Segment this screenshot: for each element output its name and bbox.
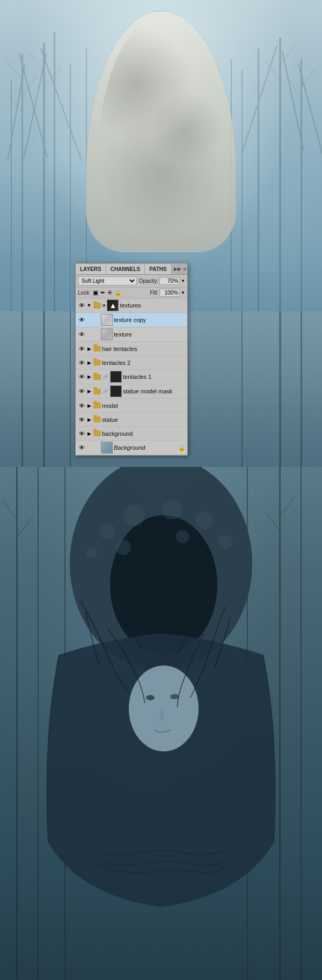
layer-thumbnail [110,385,122,397]
svg-point-54 [116,540,131,555]
svg-point-52 [195,512,213,529]
svg-line-18 [5,59,23,81]
svg-rect-31 [70,311,71,467]
svg-line-42 [266,513,280,531]
svg-point-53 [176,530,189,543]
layer-link-icon: 🔗 [103,374,108,379]
svg-rect-0 [21,54,23,311]
layer-expand-toggle[interactable]: ▶ [86,416,92,423]
layer-expand-toggle[interactable]: ▼ [86,302,92,309]
svg-rect-34 [38,467,39,980]
layer-visibility-toggle[interactable]: 👁 [77,443,86,452]
fill-control: Fill: 100% ▼ [150,289,185,297]
svg-rect-29 [279,311,281,467]
svg-point-50 [123,504,145,526]
svg-line-24 [266,62,280,81]
blend-mode-select[interactable]: Soft Light Normal Multiply Screen Overla… [78,276,137,286]
tab-paths[interactable]: PATHS [145,264,171,274]
svg-rect-27 [21,311,23,467]
lock-all-icon[interactable]: 🔒 [114,289,122,296]
lock-label: Lock: [78,290,91,296]
layer-expand-toggle[interactable]: ▶ [86,403,92,409]
svg-point-48 [170,694,179,699]
layer-name: textures [120,302,186,309]
layer-name: background [102,430,186,437]
svg-rect-14 [241,70,243,311]
svg-line-39 [3,499,17,521]
svg-rect-28 [43,311,45,467]
lock-pixel-icon[interactable]: ▣ [93,289,98,296]
svg-rect-15 [70,64,71,311]
svg-line-22 [44,67,62,86]
layer-row[interactable]: 👁 ▶ 🔗 statue model mask [76,384,187,399]
layer-row[interactable]: 👁 ▶ tentacles 2 [76,356,187,370]
layer-expand-spacer [86,317,92,323]
svg-point-47 [146,695,155,700]
layer-name: texture copy [114,317,186,323]
fill-arrow[interactable]: ▼ [181,290,185,295]
fill-input[interactable]: 100% [159,289,180,297]
layer-row[interactable]: 👁 ▶ 🔗 tentacles 1 [76,370,187,384]
layer-visibility-toggle[interactable]: 👁 [77,316,86,324]
tab-channels[interactable]: CHANNELS [106,264,145,274]
layer-row[interactable]: 👁 ▶ model [76,399,187,413]
layer-visibility-toggle[interactable]: 👁 [77,301,86,310]
opacity-control: Opacity: 70% ▼ [138,277,185,285]
svg-rect-35 [279,467,281,980]
layer-name: tentacles 1 [123,374,186,380]
layer-name: Background [114,444,178,451]
layer-visibility-toggle[interactable]: 👁 [77,330,86,339]
svg-rect-36 [301,467,302,980]
layer-expand-toggle[interactable]: ▶ [86,388,92,394]
svg-rect-7 [241,46,277,153]
layer-name: model [102,403,186,409]
layer-name: hair tentacles [102,346,186,352]
layer-row[interactable]: 👁 texture [76,327,187,342]
layer-expand-spacer [86,444,92,451]
layer-visibility-toggle[interactable]: 👁 [77,415,86,424]
lock-gradient-icon[interactable]: ✒ [100,289,105,296]
layer-name: statue [102,416,186,423]
layer-row[interactable]: 👁 texture copy [76,313,187,327]
layer-thumbnail [101,314,113,326]
layer-lock-icon: 🔒 [178,444,186,451]
svg-line-41 [280,496,295,515]
layer-row[interactable]: 👁 ▶ statue [76,413,187,427]
opacity-input[interactable]: 70% [159,277,180,285]
layer-thumbnail [101,442,113,454]
lock-move-icon[interactable]: ✛ [107,289,112,296]
svg-rect-9 [301,59,302,311]
layer-visibility-toggle[interactable]: 👁 [77,359,86,367]
svg-rect-3 [43,43,45,311]
tab-layers[interactable]: LAYERS [76,264,106,274]
layer-visibility-toggle[interactable]: 👁 [77,387,86,396]
layer-expand-spacer [86,331,92,338]
svg-line-40 [17,518,32,537]
panel-tab-bar: LAYERS CHANNELS PATHS ▶▶ ≡ [76,264,187,275]
layers-panel: LAYERS CHANNELS PATHS ▶▶ ≡ Soft Light No… [75,263,188,456]
layer-row[interactable]: 👁 Background 🔒 [76,441,187,455]
blend-mode-row: Soft Light Normal Multiply Screen Overla… [76,275,187,288]
svg-rect-6 [279,38,281,311]
layer-expand-toggle[interactable]: ▶ [86,346,92,352]
opacity-arrow[interactable]: ▼ [181,279,185,283]
layer-row[interactable]: 👁 ▼ ■ ▲ textures [76,298,187,313]
layer-row[interactable]: 👁 ▶ background [76,427,187,441]
opacity-label: Opacity: [138,278,158,284]
panel-menu-icon[interactable]: ≡ [184,266,187,272]
layer-thumbnail [110,371,122,383]
svg-point-49 [99,523,115,539]
layer-expand-toggle[interactable]: ▶ [86,374,92,380]
layer-visibility-toggle[interactable]: 👁 [77,372,86,381]
layer-visibility-toggle[interactable]: 👁 [77,429,86,438]
layer-name: texture [114,331,186,338]
svg-rect-11 [11,81,12,311]
panel-arrow-icon[interactable]: ▶▶ [174,266,181,272]
layer-row[interactable]: 👁 ▶ hair tentacles [76,342,187,356]
fill-label: Fill: [150,290,159,296]
layer-expand-toggle[interactable]: ▶ [86,430,92,437]
artwork-bottom [0,467,322,980]
layer-visibility-toggle[interactable]: 👁 [77,345,86,353]
layer-visibility-toggle[interactable]: 👁 [77,401,86,410]
layer-expand-toggle[interactable]: ▶ [86,360,92,366]
